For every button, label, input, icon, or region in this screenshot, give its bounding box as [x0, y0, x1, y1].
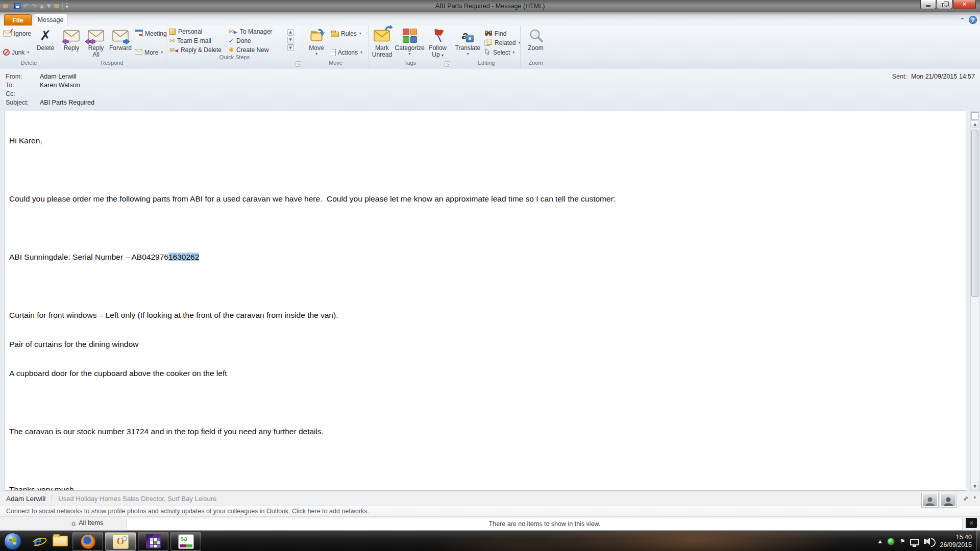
expand-people-pane-icon[interactable]: ↔ [962, 494, 970, 503]
taskbar-item-sage[interactable]: sa [170, 532, 201, 551]
actions-button[interactable]: Actions ▾ [329, 48, 364, 57]
related-button[interactable]: Related ▾ [483, 39, 519, 47]
meeting-icon [135, 30, 143, 37]
follow-up-label: Follow Up ▾ [426, 45, 450, 58]
translate-label: Translate [455, 45, 481, 52]
taskbar-item-internet-explorer[interactable]: e [27, 532, 49, 551]
quick-step-done[interactable]: ✓ Done [228, 36, 285, 45]
quick-steps-scroll-down[interactable]: ▼ [287, 37, 294, 43]
network-icon[interactable] [910, 539, 919, 545]
quick-steps-scroll-up[interactable]: ▲ [287, 29, 294, 36]
ribbon-group-quick-steps: Personal ✉ Team E-mail ✉◀ Reply & Delete… [166, 26, 303, 68]
help-icon[interactable]: ? [969, 16, 977, 24]
social-connect-text[interactable]: Connect to social networks to show profi… [6, 508, 369, 515]
restore-button[interactable] [937, 0, 952, 9]
all-items-label: All Items [79, 519, 103, 527]
quick-steps-more[interactable]: ▼ [287, 44, 294, 51]
rules-button[interactable]: Rules ▾ [329, 29, 364, 38]
tab-file[interactable]: File [4, 14, 32, 26]
tab-message[interactable]: Message [34, 14, 67, 26]
zoom-button[interactable]: Zoom [524, 27, 548, 59]
minimize-icon [926, 5, 930, 7]
vertical-scrollbar[interactable]: ▲ ▼ [970, 111, 979, 491]
page-layout-icon[interactable] [971, 112, 978, 120]
taskbar-item-app[interactable] [138, 532, 168, 551]
clock-date: 26/09/2015 [940, 541, 972, 549]
collapse-ribbon-icon[interactable]: ^ [960, 17, 965, 23]
minimize-button[interactable] [920, 0, 936, 9]
taskbar: e O sa ▲ ⚑ 15:40 26/09/2015 [0, 531, 980, 551]
quick-step-team-email[interactable]: ✉ Team E-mail [168, 36, 226, 45]
to-value[interactable]: Karen Watson [40, 82, 80, 89]
volume-icon[interactable] [924, 539, 926, 544]
more-respond-button[interactable]: More ▾ [133, 48, 168, 57]
body-paragraph: The caravan is our stock number 31724 an… [9, 427, 953, 436]
status-orb-icon[interactable] [887, 538, 895, 545]
meeting-button[interactable]: Meeting [133, 29, 168, 38]
scroll-down-button[interactable]: ▼ [971, 483, 979, 490]
avatar[interactable] [940, 493, 957, 507]
start-button[interactable] [4, 533, 21, 550]
people-pane-close-button[interactable]: ✕ [966, 518, 977, 528]
system-tray: ▲ ⚑ 15:40 26/09/2015 [878, 531, 972, 551]
reply-button[interactable]: Reply [60, 27, 83, 59]
tags-dialog-launcher[interactable]: ↘ [445, 61, 450, 67]
follow-up-button[interactable]: Follow Up ▾ [425, 27, 450, 59]
junk-button[interactable]: Junk ▾ [2, 48, 33, 57]
find-button[interactable]: Find [483, 29, 519, 38]
reply-all-label: Reply All [86, 45, 106, 58]
zoom-label: Zoom [528, 45, 544, 52]
delete-button[interactable]: ✗ Delete [34, 27, 57, 59]
close-button[interactable]: ✕ [953, 0, 976, 9]
taskbar-item-explorer[interactable] [49, 532, 71, 551]
scroll-up-button[interactable]: ▲ [971, 120, 979, 128]
tab-all-items[interactable]: ⌂ All Items [71, 519, 103, 527]
taskbar-clock[interactable]: 15:40 26/09/2015 [940, 534, 972, 549]
quick-step-label: To Manager [240, 28, 272, 35]
forward-label: Forward [109, 45, 132, 52]
message-body[interactable]: Hi Karen, Could you please order me the … [5, 111, 966, 491]
forward-button[interactable]: Forward [109, 27, 132, 59]
show-hidden-icons[interactable]: ▲ [878, 539, 882, 544]
translate-button[interactable]: aa Translate ▾ [454, 27, 482, 59]
select-label: Select [493, 49, 510, 56]
categorize-button[interactable]: Categorize ▾ [395, 27, 425, 59]
related-icon [484, 39, 493, 47]
quick-step-reply-delete[interactable]: ✉◀ Reply & Delete [168, 45, 226, 54]
find-icon [484, 29, 493, 38]
done-icon: ✓ [229, 38, 234, 44]
taskbar-item-outlook[interactable]: O [105, 532, 136, 551]
subject-value: ABI Parts Required [40, 99, 94, 106]
ignore-button[interactable]: ✗ Ignore [2, 29, 33, 38]
parts-item: Pair of curtains for the dining window [9, 339, 953, 349]
greeting: Hi Karen, [9, 136, 953, 145]
select-icon [484, 48, 491, 57]
social-connect-bar[interactable]: Connect to social networks to show profi… [0, 506, 980, 517]
quick-steps-dialog-launcher[interactable]: ↘ [296, 61, 301, 67]
move-button[interactable]: Move ▾ [305, 27, 328, 59]
action-center-flag-icon[interactable]: ⚑ [900, 538, 905, 544]
mark-unread-button[interactable]: Mark Unread [370, 27, 394, 59]
people-pane-name[interactable]: Adam Lerwill [6, 495, 45, 503]
internet-explorer-icon: e [34, 534, 41, 549]
taskbar-item-firefox[interactable] [72, 532, 103, 551]
group-label-respond: Respond [58, 60, 166, 67]
scrollbar-thumb[interactable] [971, 130, 978, 297]
reply-all-button[interactable]: Reply All [84, 27, 108, 59]
quick-step-to-manager[interactable]: ✉▶ To Manager [228, 27, 285, 36]
quick-step-personal[interactable]: Personal [168, 27, 226, 36]
follow-up-icon [429, 28, 447, 44]
empty-view-message: There are no items to show in this view. [489, 520, 601, 530]
show-desktop-button[interactable] [976, 531, 980, 551]
group-label-tags: Tags [369, 60, 452, 67]
outlook-icon: O [113, 534, 129, 549]
quick-step-label: Done [236, 37, 251, 44]
body-paragraph: Could you please order me the following … [9, 194, 953, 204]
quick-step-create-new[interactable]: ✱ Create New [228, 45, 285, 54]
people-pane-content: There are no items to show in this view. [127, 518, 963, 531]
chevron-down-icon[interactable]: ▾ [973, 495, 976, 502]
select-button[interactable]: Select ▾ [483, 48, 519, 57]
from-value[interactable]: Adam Lerwill [40, 73, 77, 80]
selected-text: 1630262 [168, 253, 199, 261]
avatar[interactable] [922, 493, 938, 507]
